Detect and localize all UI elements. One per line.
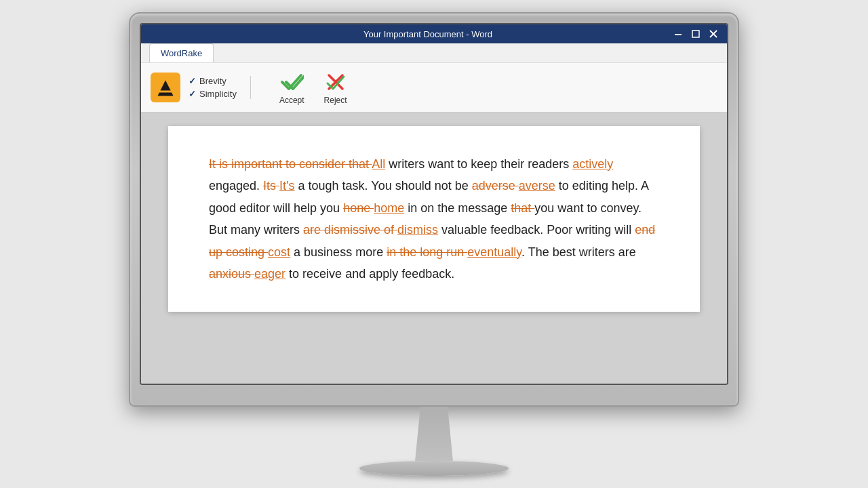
svg-rect-0 [675, 34, 682, 35]
tab-wordrake[interactable]: WordRake [149, 43, 214, 62]
deleted-text-4: hone [343, 201, 374, 215]
inserted-text-1: All [372, 157, 385, 171]
document-paragraph: It is important to consider that All wri… [209, 153, 659, 285]
reject-button[interactable]: Reject [315, 67, 356, 108]
deleted-text-6: are dismissive of [303, 223, 397, 237]
deleted-text-3: adverse [472, 179, 519, 192]
stand-neck [407, 407, 461, 461]
reject-icon [323, 70, 348, 94]
inserted-text-2: actively [572, 157, 613, 171]
svg-rect-1 [692, 30, 699, 37]
minimize-button[interactable] [673, 28, 684, 39]
ribbon-tabs: WordRake [141, 43, 727, 62]
brevity-check-icon: ✓ [189, 76, 196, 86]
ribbon-content: ✓ Brevity ✓ Simplicity [141, 62, 727, 112]
monitor-wrapper: Your Important Document - Word [129, 12, 739, 476]
inserted-text-6: dismiss [397, 223, 438, 237]
maximize-button[interactable] [690, 28, 701, 39]
title-bar: Your Important Document - Word [141, 24, 727, 43]
document-page: It is important to consider that All wri… [168, 126, 700, 312]
inserted-text-8: eventually [467, 245, 521, 259]
inserted-text-9: eager [254, 267, 285, 281]
simplicity-label: Simplicity [199, 89, 237, 99]
ribbon: WordRake ✓ [141, 43, 727, 113]
monitor-frame: Your Important Document - Word [129, 12, 739, 407]
accept-button[interactable]: Accept [271, 67, 313, 108]
simplicity-checkbox-item[interactable]: ✓ Simplicity [189, 89, 237, 99]
deleted-text-9: anxious [209, 267, 254, 281]
document-area: It is important to consider that All wri… [141, 113, 727, 384]
inserted-text-4: averse [519, 179, 555, 192]
inserted-text-3: It's [279, 179, 294, 192]
accept-label: Accept [279, 96, 304, 105]
window-title: Your Important Document - Word [183, 29, 673, 39]
ribbon-actions: Accept Reject [264, 67, 363, 108]
deleted-text-2: Its [263, 179, 279, 192]
monitor-stand [359, 407, 509, 476]
inserted-text-5: home [374, 201, 404, 215]
deleted-text-8: in the long run [387, 245, 467, 259]
brevity-checkbox-item[interactable]: ✓ Brevity [189, 76, 237, 86]
simplicity-check-icon: ✓ [189, 89, 196, 99]
wordrake-logo [149, 71, 182, 104]
accept-icon [279, 70, 304, 94]
deleted-text-1: It is important to consider that [209, 157, 372, 171]
deleted-text-5: that [511, 201, 534, 215]
ribbon-checkboxes: ✓ Brevity ✓ Simplicity [189, 76, 251, 99]
close-button[interactable] [708, 28, 719, 39]
stand-base [359, 461, 509, 476]
brevity-label: Brevity [199, 76, 226, 86]
title-bar-controls [673, 28, 719, 39]
inserted-text-7: cost [268, 245, 290, 259]
reject-label: Reject [324, 96, 347, 105]
screen: Your Important Document - Word [140, 23, 728, 385]
